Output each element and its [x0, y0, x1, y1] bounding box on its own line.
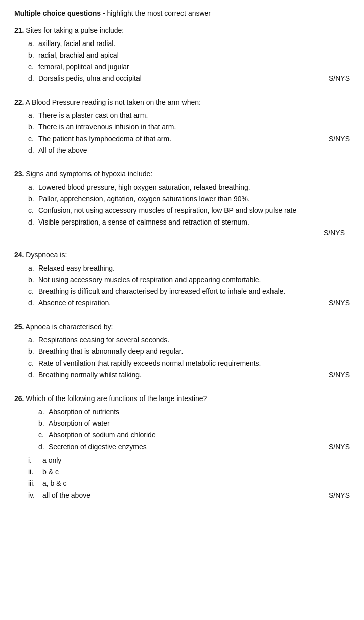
- snys-badge: S/NYS: [14, 229, 350, 237]
- list-item: b.Absorption of water: [38, 418, 350, 429]
- list-item: d.Dorsalis pedis, ulna and occipital S/N…: [28, 73, 350, 84]
- snys-badge: S/NYS: [329, 370, 350, 380]
- header-bold: Multiple choice questions: [14, 9, 101, 17]
- list-item: c.Breathing is difficult and characteris…: [28, 286, 350, 297]
- list-item: b.radial, brachial and apical: [28, 50, 350, 61]
- header-suffix: - highlight the most correct answer: [101, 9, 211, 17]
- list-item: c.The patient has lymphoedema of that ar…: [28, 134, 350, 144]
- q24-stem: Dyspnoea is:: [26, 251, 67, 259]
- list-item: d.All of the above: [28, 145, 350, 156]
- q23-number: 23.: [14, 170, 24, 178]
- q26-main-options: i.a only ii.b & c iii.a, b & c iv.all of…: [14, 455, 350, 501]
- question-23: 23. Signs and symptoms of hypoxia includ…: [14, 170, 350, 237]
- list-item: d.Absence of respiration. S/NYS: [28, 298, 350, 308]
- q21-options: a.axillary, facial and radial. b.radial,…: [14, 38, 350, 84]
- snys-badge: S/NYS: [329, 73, 350, 84]
- list-item: a.Relaxed easy breathing.: [28, 263, 350, 274]
- list-item: b.There is an intravenous infusion in th…: [28, 122, 350, 132]
- question-21: 21. Sites for taking a pulse include: a.…: [14, 26, 350, 84]
- q22-stem: A Blood Pressure reading is not taken on…: [26, 98, 201, 106]
- list-item: d.Visible perspiration, a sense of calmn…: [28, 217, 350, 228]
- page-header: Multiple choice questions - highlight th…: [14, 9, 350, 17]
- list-item: b.Pallor, apprehension, agitation, oxyge…: [28, 194, 350, 204]
- q22-options: a.There is a plaster cast on that arm. b…: [14, 110, 350, 156]
- q21-stem: Sites for taking a pulse include:: [26, 26, 124, 34]
- question-24: 24. Dyspnoea is: a.Relaxed easy breathin…: [14, 251, 350, 308]
- question-22: 22. A Blood Pressure reading is not take…: [14, 98, 350, 156]
- snys-badge: S/NYS: [329, 134, 350, 144]
- q26-stem: Which of the following are functions of …: [26, 394, 207, 403]
- snys-badge: S/NYS: [329, 490, 350, 501]
- q26-number: 26.: [14, 394, 24, 403]
- list-item: a.axillary, facial and radial.: [28, 38, 350, 49]
- snys-sub-badge: S/NYS: [329, 441, 350, 452]
- q23-stem: Signs and symptoms of hypoxia include:: [26, 170, 152, 178]
- list-item: iii.a, b & c: [28, 478, 350, 489]
- q26-sub-options: a.Absorption of nutrients b.Absorption o…: [14, 407, 350, 452]
- list-item: iv.all of the above S/NYS: [28, 490, 350, 501]
- list-item: i.a only: [28, 455, 350, 466]
- q25-stem: Apnoea is characterised by:: [26, 323, 113, 331]
- list-item: a.Absorption of nutrients: [38, 407, 350, 417]
- snys-badge: S/NYS: [329, 298, 350, 308]
- question-26: 26. Which of the following are functions…: [14, 394, 350, 501]
- q23-options: a.Lowered blood pressure, high oxygen sa…: [14, 182, 350, 228]
- list-item: c.Rate of ventilation that rapidly excee…: [28, 358, 350, 369]
- q22-number: 22.: [14, 98, 24, 106]
- list-item: b.Not using accessory muscles of respira…: [28, 275, 350, 285]
- list-item: ii.b & c: [28, 467, 350, 477]
- list-item: a.Respirations ceasing for several secon…: [28, 335, 350, 345]
- list-item: d.Secretion of digestive enzymes S/NYS: [38, 441, 350, 452]
- list-item: c.Confusion, not using accessory muscles…: [28, 205, 350, 216]
- q25-number: 25.: [14, 323, 24, 331]
- q21-number: 21.: [14, 26, 24, 34]
- q24-number: 24.: [14, 251, 24, 259]
- q25-options: a.Respirations ceasing for several secon…: [14, 335, 350, 380]
- list-item: b.Breathing that is abnormally deep and …: [28, 346, 350, 357]
- list-item: c.femoral, popliteal and jugular: [28, 62, 350, 72]
- list-item: a.There is a plaster cast on that arm.: [28, 110, 350, 121]
- list-item: c.Absorption of sodium and chloride: [38, 430, 350, 440]
- question-25: 25. Apnoea is characterised by: a.Respir…: [14, 323, 350, 380]
- list-item: d.Breathing normally whilst talking. S/N…: [28, 370, 350, 380]
- list-item: a.Lowered blood pressure, high oxygen sa…: [28, 182, 350, 193]
- q24-options: a.Relaxed easy breathing. b.Not using ac…: [14, 263, 350, 308]
